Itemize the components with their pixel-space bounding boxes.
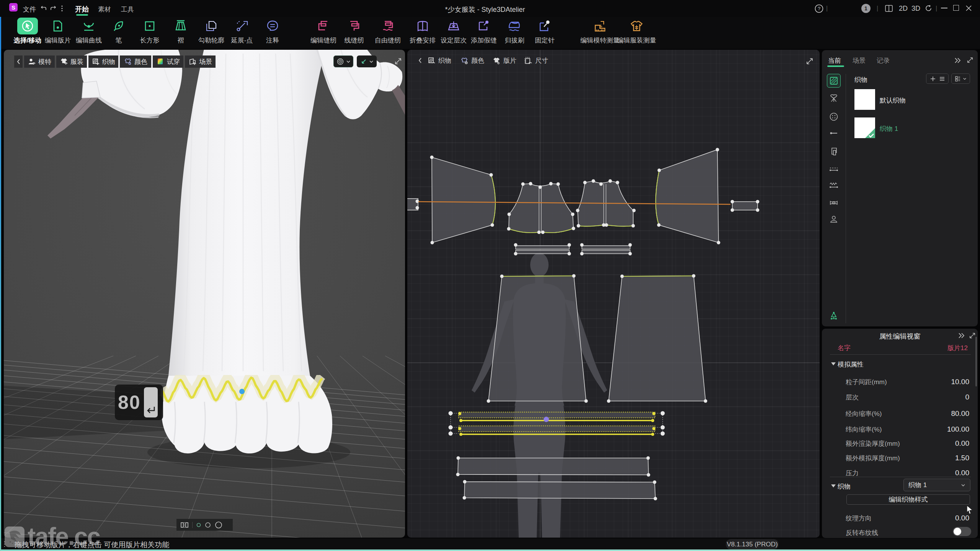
svg-text:?: ? — [818, 6, 820, 11]
